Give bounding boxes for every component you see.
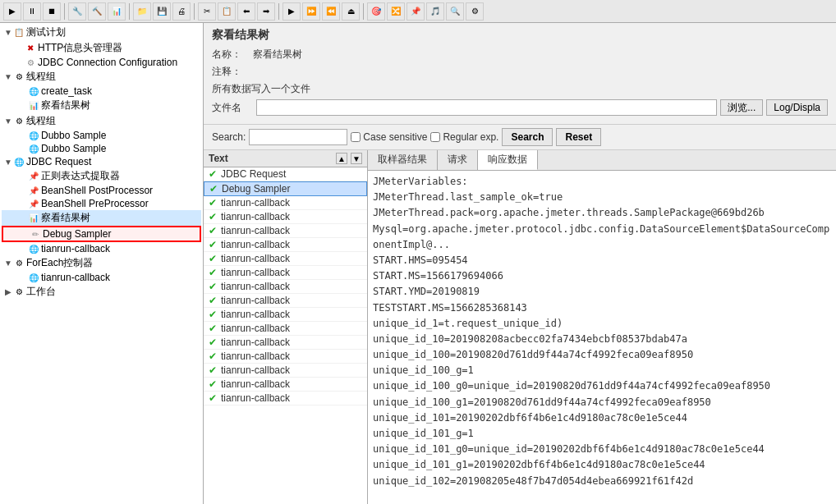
tree-item-thread-group-1[interactable]: ▼ ⚙ 线程组 xyxy=(2,69,201,85)
expand-icon-foreach[interactable]: ▼ xyxy=(3,259,13,268)
status-icon-green: ✔ xyxy=(207,351,218,362)
status-icon-green: ✔ xyxy=(207,323,218,334)
regex-checkbox[interactable] xyxy=(430,132,440,142)
config-form: 察看结果树 名称： 察看结果树 注释： 所有数据写入一个文件 文件名 浏览...… xyxy=(204,23,836,125)
toolbar-btn-6[interactable]: 📊 xyxy=(108,2,126,21)
list-item-1[interactable]: ✔ tianrun-callback xyxy=(204,196,367,210)
toolbar-btn-16[interactable]: ⏪ xyxy=(322,2,340,21)
log-button[interactable]: Log/Displa xyxy=(766,99,828,116)
tree-item-label: 察看结果树 xyxy=(41,99,90,112)
list-item-jdbc-request[interactable]: ✔ JDBC Request xyxy=(204,167,367,181)
list-item-7[interactable]: ✔ tianrun-callback xyxy=(204,280,367,294)
tree-item-view-tree-1[interactable]: 📊 察看结果树 xyxy=(2,98,201,113)
tree-item-view-tree-2[interactable]: 📊 察看结果树 xyxy=(2,210,201,226)
tab-sampler-result[interactable]: 取样器结果 xyxy=(368,150,438,170)
list-item-4[interactable]: ✔ tianrun-callback xyxy=(204,238,367,252)
tree-item-debug-sampler[interactable]: ✏ Debug Sampler xyxy=(2,226,201,242)
scroll-up-btn[interactable]: ▲ xyxy=(336,153,347,164)
toolbar-btn-11[interactable]: 📋 xyxy=(218,2,236,21)
list-item-13[interactable]: ✔ tianrun-callback xyxy=(204,364,367,378)
toolbar-btn-10[interactable]: ✂ xyxy=(198,2,216,21)
tree-item-test-plan[interactable]: ▼ 📋 测试计划 xyxy=(2,25,201,40)
search-input[interactable] xyxy=(249,129,347,145)
list-item-14[interactable]: ✔ tianrun-callback xyxy=(204,378,367,392)
toolbar-btn-15[interactable]: ⏩ xyxy=(302,2,320,21)
tree-item-jdbc-request[interactable]: ▼ 🌐 JDBC Request xyxy=(2,155,201,168)
tree-item-http-manager[interactable]: ✖ HTTP信息头管理器 xyxy=(2,40,201,56)
list-item-15[interactable]: ✔ tianrun-callback xyxy=(204,392,367,405)
expand-icon-workbench[interactable]: ▶ xyxy=(3,287,13,296)
form-row-filename: 文件名 浏览... Log/Displa xyxy=(212,99,828,116)
toolbar-btn-8[interactable]: 💾 xyxy=(153,2,171,21)
browse-button[interactable]: 浏览... xyxy=(720,99,763,116)
search-button[interactable]: Search xyxy=(502,128,553,146)
expand-icon-jdbc[interactable]: ▼ xyxy=(3,158,13,167)
list-item-8[interactable]: ✔ tianrun-callback xyxy=(204,294,367,308)
toolbar-btn-12[interactable]: ⬅ xyxy=(237,2,255,21)
toolbar-btn-19[interactable]: 🔀 xyxy=(387,2,405,21)
tree-item-thread-group-2[interactable]: ▼ ⚙ 线程组 xyxy=(2,113,201,129)
tab-response-data[interactable]: 响应数据 xyxy=(478,150,538,170)
text-list: Text ▲ ▼ ✔ JDBC Request ✔ Debug Sampler … xyxy=(204,150,368,504)
list-item-3[interactable]: ✔ tianrun-callback xyxy=(204,224,367,238)
tab-request[interactable]: 请求 xyxy=(438,150,478,170)
toolbar-btn-2[interactable]: ⏸ xyxy=(23,2,41,21)
toolbar-btn-1[interactable]: ▶ xyxy=(3,2,21,21)
expand-icon[interactable]: ▼ xyxy=(3,28,13,37)
toolbar-sep-5 xyxy=(363,3,364,20)
expand-icon[interactable]: ▼ xyxy=(3,72,13,81)
http-manager-icon: ✖ xyxy=(25,43,36,54)
toolbar-btn-9[interactable]: 🖨 xyxy=(172,2,191,21)
list-item-6[interactable]: ✔ tianrun-callback xyxy=(204,266,367,280)
list-item-2[interactable]: ✔ tianrun-callback xyxy=(204,210,367,224)
toolbar-btn-13[interactable]: ➡ xyxy=(257,2,275,21)
case-sensitive-checkbox[interactable] xyxy=(351,132,361,142)
filename-input[interactable] xyxy=(256,99,717,116)
tree-item-regex[interactable]: 📌 正则表达式提取器 xyxy=(2,168,201,184)
tree-item-foreach-ctrl[interactable]: ▼ ⚙ ForEach控制器 xyxy=(2,255,201,271)
toolbar-btn-3[interactable]: ⏹ xyxy=(43,2,61,21)
tree-item-tianrun-cb-0[interactable]: 🌐 tianrun-callback xyxy=(2,242,201,255)
list-item-10[interactable]: ✔ tianrun-callback xyxy=(204,322,367,336)
create-task-icon: 🌐 xyxy=(28,85,39,97)
tree-item-label: 线程组 xyxy=(26,70,56,84)
tree-item-dubbo-1[interactable]: 🌐 Dubbo Sample xyxy=(2,129,201,142)
comment-label: 注释： xyxy=(212,65,253,79)
toolbar-btn-23[interactable]: ⚙ xyxy=(466,2,484,21)
tree-item-dubbo-2[interactable]: 🌐 Dubbo Sample xyxy=(2,142,201,155)
jdbc-config-icon: ⚙ xyxy=(25,57,36,68)
tree-item-beanshell-pre[interactable]: 📌 BeanShell PreProcessor xyxy=(2,197,201,210)
tree-item-beanshell-post[interactable]: 📌 BeanShell PostProcessor xyxy=(2,184,201,197)
regex-icon: 📌 xyxy=(28,171,39,182)
scroll-down-btn[interactable]: ▼ xyxy=(351,153,362,164)
regex-label: Regular exp. xyxy=(443,131,498,143)
toolbar-btn-7[interactable]: 📁 xyxy=(133,2,151,21)
tree-item-label: JDBC Request xyxy=(26,156,91,167)
list-item-12[interactable]: ✔ tianrun-callback xyxy=(204,350,367,364)
expand-icon[interactable]: ▼ xyxy=(3,117,13,126)
toolbar-btn-4[interactable]: 🔧 xyxy=(68,2,86,21)
tree-item-create-task[interactable]: 🌐 create_task xyxy=(2,85,201,98)
list-item-5[interactable]: ✔ tianrun-callback xyxy=(204,252,367,266)
tree-item-label: HTTP信息头管理器 xyxy=(38,41,122,55)
toolbar-btn-17[interactable]: ⏏ xyxy=(342,2,360,21)
toolbar-btn-5[interactable]: 🔨 xyxy=(88,2,106,21)
status-icon-green: ✔ xyxy=(207,281,218,292)
list-item-debug-sampler[interactable]: ✔ Debug Sampler xyxy=(204,181,367,196)
toolbar-btn-21[interactable]: 🎵 xyxy=(426,2,444,21)
tree-item-jdbc-config[interactable]: ⚙ JDBC Connection Configuration xyxy=(2,56,201,69)
toolbar-btn-22[interactable]: 🔍 xyxy=(446,2,464,21)
toolbar-btn-14[interactable]: ▶ xyxy=(282,2,301,21)
list-item-11[interactable]: ✔ tianrun-callback xyxy=(204,336,367,350)
toolbar-btn-18[interactable]: 🎯 xyxy=(367,2,385,21)
test-plan-icon: 📋 xyxy=(13,27,25,39)
detail-tabs: 取样器结果 请求 响应数据 xyxy=(368,150,836,171)
tree-item-workbench[interactable]: ▶ ⚙ 工作台 xyxy=(2,284,201,300)
reset-button[interactable]: Reset xyxy=(556,128,601,146)
list-item-9[interactable]: ✔ tianrun-callback xyxy=(204,308,367,322)
form-row-comment: 注释： xyxy=(212,65,828,79)
item-label: tianrun-callback xyxy=(221,378,290,390)
tree-item-tianrun-cb-1[interactable]: 🌐 tianrun-callback xyxy=(2,271,201,284)
toolbar-btn-20[interactable]: 📌 xyxy=(407,2,425,21)
search-bar: Search: Case sensitive Regular exp. Sear… xyxy=(204,125,836,150)
